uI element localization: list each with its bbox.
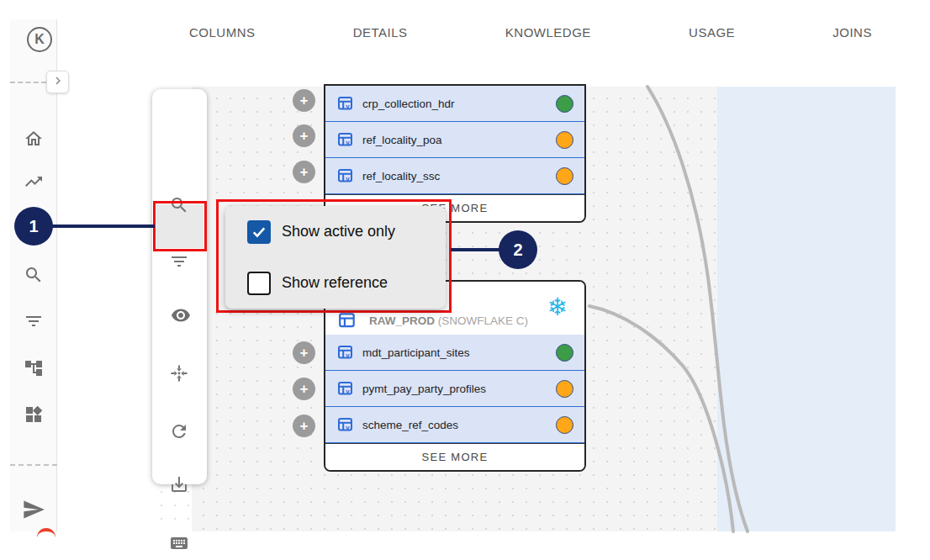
table-row[interactable]: v ref_locality_poa — [325, 122, 584, 158]
visibility-icon[interactable] — [169, 305, 189, 325]
refresh-icon[interactable] — [169, 421, 189, 441]
annotation-connector-1 — [50, 225, 155, 228]
tab-details[interactable]: DETAILS — [353, 25, 408, 40]
table-icon: v — [337, 345, 354, 360]
tab-knowledge[interactable]: KNOWLEDGE — [505, 25, 591, 40]
expand-node-button[interactable]: + — [293, 341, 315, 364]
download-icon[interactable] — [169, 474, 189, 494]
schema-title: RAW_PROD — [369, 314, 435, 327]
table-row[interactable]: v pymt_pay_party_profiles — [325, 371, 584, 407]
lineage-explorer-app: COLUMNS DETAILS KNOWLEDGE USAGE JOINS K — [0, 0, 930, 560]
checkbox-show-active-only[interactable] — [247, 220, 271, 244]
table-icon: v — [337, 132, 354, 147]
see-more-button[interactable]: SEE MORE — [325, 443, 584, 470]
svg-text:v: v — [346, 351, 350, 359]
expand-node-button[interactable]: + — [293, 89, 315, 112]
svg-text:v: v — [346, 139, 350, 146]
schema-subtitle: (SNOWFLAKE C) — [438, 314, 528, 327]
status-dot — [556, 380, 573, 398]
expand-node-button[interactable]: + — [293, 161, 315, 183]
table-row[interactable]: v crp_collection_hdr — [325, 86, 584, 122]
status-dot — [556, 95, 573, 113]
visibility-options-popup: Show active only Show reference — [225, 206, 446, 309]
table-icon: v — [337, 168, 354, 183]
expand-node-button[interactable]: + — [293, 378, 315, 400]
menu-item-show-reference[interactable]: Show reference — [225, 257, 446, 309]
annotation-highlight-eye — [153, 201, 207, 251]
svg-text:v: v — [346, 103, 350, 110]
table-name: crp_collection_hdr — [362, 98, 455, 110]
chevron-right-icon — [50, 73, 66, 92]
status-dot — [556, 167, 573, 185]
expand-node-button[interactable]: + — [293, 124, 315, 147]
table-name: ref_locality_poa — [362, 134, 442, 146]
table-row[interactable]: v mdt_participant_sites — [325, 335, 584, 371]
widgets-icon[interactable] — [24, 404, 44, 425]
menu-item-show-active-only[interactable]: Show active only — [225, 206, 446, 257]
expand-node-button[interactable]: + — [293, 415, 315, 437]
menu-item-label: Show active only — [282, 223, 395, 240]
center-view-icon[interactable] — [169, 363, 189, 383]
tab-columns[interactable]: COLUMNS — [189, 25, 256, 40]
svg-text:v: v — [346, 175, 350, 182]
app-logo[interactable]: K — [27, 27, 52, 52]
status-dot — [556, 344, 573, 362]
table-icon — [338, 312, 357, 329]
table-icon: v — [337, 381, 354, 396]
canvas-toolbar — [152, 89, 207, 484]
sidebar-divider-bottom — [10, 464, 57, 466]
search-icon[interactable] — [24, 265, 44, 285]
svg-text:v: v — [346, 388, 350, 395]
status-dot — [556, 131, 573, 149]
annotation-badge-1: 1 — [14, 207, 53, 246]
snowflake-icon: ❄ — [547, 295, 568, 320]
sidebar-expand-button[interactable] — [46, 71, 69, 93]
account-tree-icon[interactable] — [24, 358, 44, 378]
keyboard-icon[interactable] — [169, 533, 189, 553]
trending-up-icon[interactable] — [24, 172, 44, 192]
table-name: ref_locality_ssc — [362, 170, 440, 182]
table-row[interactable]: v ref_locality_ssc — [325, 158, 584, 194]
annotation-connector-2 — [451, 248, 501, 251]
status-dot — [556, 416, 573, 434]
svg-text:v: v — [346, 424, 350, 431]
tab-joins[interactable]: JOINS — [832, 25, 872, 40]
table-name: mdt_participant_sites — [362, 346, 470, 359]
table-icon: v — [337, 417, 354, 432]
table-name: scheme_ref_codes — [362, 419, 458, 431]
table-name: pymt_pay_party_profiles — [362, 383, 486, 395]
home-icon[interactable] — [24, 129, 44, 149]
canvas-highlight-zone — [717, 87, 896, 531]
checkbox-show-reference[interactable] — [247, 272, 271, 295]
annotation-badge-2: 2 — [499, 230, 537, 269]
top-tab-bar: COLUMNS DETAILS KNOWLEDGE USAGE JOINS — [189, 20, 872, 44]
table-row[interactable]: v scheme_ref_codes — [325, 407, 584, 443]
send-icon[interactable] — [22, 498, 42, 518]
sidebar-divider-top — [10, 82, 46, 83]
menu-item-label: Show reference — [282, 274, 388, 292]
filter-list-icon[interactable] — [24, 311, 44, 331]
table-icon: v — [337, 96, 354, 111]
tab-usage[interactable]: USAGE — [689, 25, 735, 40]
filter-list-icon[interactable] — [169, 251, 189, 272]
